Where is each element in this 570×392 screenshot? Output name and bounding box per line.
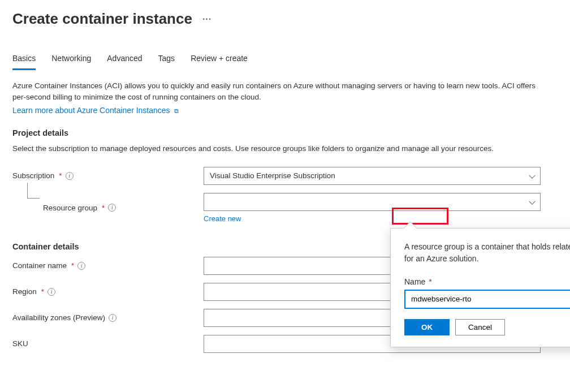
- sku-label: SKU: [12, 339, 28, 348]
- ok-button[interactable]: OK: [404, 319, 450, 335]
- required-icon: *: [41, 287, 44, 296]
- popover-name-label: Name: [404, 277, 425, 286]
- subscription-select[interactable]: Visual Studio Enterprise Subscription: [204, 167, 541, 185]
- external-link-icon: ⧉: [174, 107, 179, 115]
- popover-description: A resource group is a container that hol…: [404, 241, 570, 265]
- info-icon[interactable]: i: [77, 262, 85, 270]
- info-icon[interactable]: i: [108, 204, 116, 212]
- subscription-label: Subscription: [12, 171, 54, 180]
- container-name-label: Container name: [12, 261, 67, 270]
- create-new-link[interactable]: Create new: [204, 214, 241, 223]
- page-title: Create container instance: [12, 10, 192, 28]
- availability-zones-label: Availability zones (Preview): [12, 313, 105, 322]
- region-label: Region: [12, 287, 37, 296]
- tab-review[interactable]: Review + create: [191, 50, 248, 70]
- resource-group-label: Resource group: [43, 204, 97, 212]
- tab-networking[interactable]: Networking: [51, 50, 91, 70]
- info-icon[interactable]: i: [109, 314, 116, 322]
- project-details-description: Select the subscription to manage deploy…: [12, 143, 544, 154]
- learn-more-link[interactable]: Learn more about Azure Container Instanc…: [12, 106, 179, 115]
- intro-text: Azure Container Instances (ACI) allows y…: [12, 80, 544, 104]
- chevron-down-icon: [529, 198, 535, 204]
- required-icon: *: [59, 171, 62, 180]
- project-details-heading: Project details: [12, 128, 558, 137]
- required-icon: *: [429, 277, 431, 286]
- info-icon[interactable]: i: [48, 288, 55, 296]
- learn-more-label: Learn more about Azure Container Instanc…: [12, 106, 170, 115]
- resource-group-select[interactable]: [204, 193, 541, 211]
- cancel-button[interactable]: Cancel: [455, 319, 505, 335]
- chevron-down-icon: [529, 172, 535, 178]
- resource-group-name-input[interactable]: [404, 290, 570, 309]
- tab-basics[interactable]: Basics: [12, 50, 36, 70]
- more-actions-icon[interactable]: ···: [202, 14, 211, 24]
- create-new-popover: A resource group is a container that hol…: [390, 228, 570, 347]
- subscription-value: Visual Studio Enterprise Subscription: [210, 171, 335, 180]
- tree-connector: [27, 183, 40, 199]
- tabs-bar: Basics Networking Advanced Tags Review +…: [12, 50, 558, 70]
- tab-tags[interactable]: Tags: [158, 50, 175, 70]
- required-icon: *: [71, 261, 74, 270]
- info-icon[interactable]: i: [66, 172, 74, 180]
- tab-advanced[interactable]: Advanced: [107, 50, 142, 70]
- required-icon: *: [102, 204, 105, 212]
